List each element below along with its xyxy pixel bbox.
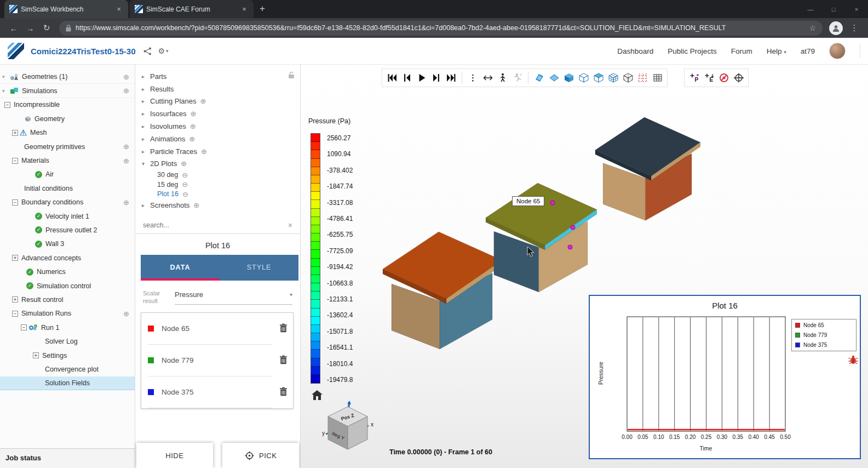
expand-icon[interactable]: + bbox=[12, 296, 18, 303]
collapse-icon[interactable]: − bbox=[4, 102, 10, 108]
sidebar-item-boundary-conditions[interactable]: − Boundary conditions ⊕ bbox=[0, 196, 135, 209]
orientation-cube[interactable]: Pos Z Neg Y x y bbox=[321, 400, 376, 455]
simscale-logo[interactable] bbox=[8, 43, 24, 59]
nav-help[interactable]: Help ▾ bbox=[767, 47, 786, 55]
sidebar-item-materials[interactable]: − Materials ⊕ bbox=[0, 153, 135, 167]
chevron-right-icon[interactable]: ▸ bbox=[142, 202, 149, 208]
sidebar-item-numerics[interactable]: ✓ Numerics bbox=[0, 265, 135, 278]
nav-forum[interactable]: Forum bbox=[731, 47, 752, 55]
remove-icon[interactable]: ⊖ bbox=[182, 171, 188, 179]
add-icon[interactable]: ⊕ bbox=[189, 135, 195, 143]
center-axes-icon[interactable] bbox=[731, 71, 746, 85]
post-item-results[interactable]: ▸ Results bbox=[135, 83, 300, 95]
more-options-icon[interactable]: ⋮ bbox=[465, 71, 480, 85]
iso-cube-icon[interactable] bbox=[561, 71, 576, 85]
minimize-button[interactable]: — bbox=[799, 6, 822, 13]
post-item-isosurfaces[interactable]: ▸ Isosurfaces ⊕ bbox=[135, 107, 300, 120]
home-view-button[interactable] bbox=[312, 390, 323, 402]
sidebar-item-advanced-concepts[interactable]: + Advanced concepts bbox=[0, 251, 135, 265]
chevron-right-icon[interactable]: ▸ bbox=[142, 86, 149, 92]
project-settings-button[interactable]: ⚙ ▾ bbox=[158, 47, 169, 55]
collapse-icon[interactable]: − bbox=[12, 158, 18, 164]
add-icon[interactable]: ⊕ bbox=[123, 142, 129, 151]
back-button[interactable]: ← bbox=[5, 24, 22, 33]
share-button[interactable] bbox=[143, 47, 152, 55]
bug-icon[interactable] bbox=[848, 354, 859, 365]
close-window-button[interactable]: × bbox=[845, 6, 868, 13]
chevron-right-icon[interactable]: ▸ bbox=[142, 149, 149, 155]
post-item-cutting-planes[interactable]: ▸ Cutting Planes ⊕ bbox=[135, 95, 300, 108]
search-bar[interactable]: × bbox=[135, 218, 300, 234]
sidebar-item-geometry-primitives[interactable]: Geometry primitives ⊕ bbox=[0, 140, 135, 153]
step-back-button[interactable] bbox=[399, 71, 414, 85]
sidebar-item-solver-log[interactable]: Solver Log bbox=[0, 334, 135, 348]
wireframe-cube-icon[interactable] bbox=[620, 71, 635, 85]
sidebar-item-velocity-inlet-1[interactable]: ✓ Velocity inlet 1 bbox=[0, 209, 135, 223]
sidebar-item-incompressible[interactable]: − Incompressible bbox=[0, 98, 135, 112]
chevron-right-icon[interactable]: ▸ bbox=[142, 123, 149, 129]
post-item-plot-16[interactable]: Plot 16 ⊖ bbox=[135, 189, 300, 199]
sidebar-item-settings[interactable]: + Settings bbox=[0, 349, 135, 362]
list-item-node-779[interactable]: Node 779 bbox=[141, 345, 293, 376]
sidebar-item-wall-3[interactable]: ✓ Wall 3 bbox=[0, 237, 135, 251]
collapse-icon[interactable]: − bbox=[12, 311, 18, 317]
browser-profile-avatar[interactable] bbox=[829, 21, 843, 35]
remove-icon[interactable]: ⊖ bbox=[182, 180, 188, 189]
tab-data[interactable]: DATA bbox=[141, 255, 220, 281]
remove-icon[interactable]: ⊖ bbox=[182, 190, 188, 198]
user-avatar[interactable] bbox=[829, 43, 846, 59]
chevron-down-icon[interactable]: ▾ bbox=[2, 74, 8, 79]
new-tab-button[interactable]: + bbox=[260, 3, 265, 14]
add-icon[interactable]: ⊕ bbox=[123, 73, 129, 81]
browser-menu-icon[interactable]: ⋮ bbox=[846, 23, 863, 33]
forward-button[interactable]: → bbox=[22, 24, 38, 33]
skip-to-start-button[interactable] bbox=[384, 71, 399, 85]
sidebar-item-simulation-control[interactable]: ✓ Simulation control bbox=[0, 279, 135, 293]
add-icon[interactable]: ⊕ bbox=[123, 198, 129, 207]
post-item-particle-traces[interactable]: ▸ Particle Traces ⊕ bbox=[135, 145, 300, 158]
list-item-node-65[interactable]: Node 65 bbox=[141, 313, 293, 345]
hide-button[interactable]: HIDE bbox=[136, 443, 213, 468]
scalar-result-select[interactable]: Pressure ▾ bbox=[175, 289, 292, 305]
chevron-right-icon[interactable]: ▸ bbox=[142, 136, 149, 142]
viewport[interactable]: Node 65 ⋮ bbox=[301, 65, 868, 468]
post-item-parts[interactable]: ▸ Parts bbox=[135, 70, 300, 83]
add-icon[interactable]: ⊕ bbox=[200, 97, 206, 105]
play-button[interactable] bbox=[414, 71, 429, 85]
post-item-30-deg[interactable]: 30 deg ⊖ bbox=[135, 170, 300, 180]
sidebar-item-convergence-plot[interactable]: Convergence plot bbox=[0, 362, 135, 376]
expand-horizontal-icon[interactable] bbox=[480, 71, 495, 85]
tab-style[interactable]: STYLE bbox=[220, 255, 298, 281]
pick-point-icon[interactable]: P bbox=[687, 71, 702, 85]
post-item-isovolumes[interactable]: ▸ Isovolumes ⊕ bbox=[135, 120, 300, 133]
post-item-15-deg[interactable]: 15 deg ⊖ bbox=[135, 180, 300, 190]
address-bar[interactable]: ☆ bbox=[59, 21, 823, 36]
search-input[interactable] bbox=[143, 221, 288, 229]
close-icon[interactable]: × bbox=[240, 5, 249, 13]
fly-mode-icon[interactable] bbox=[510, 71, 525, 85]
bookmark-star-icon[interactable]: ☆ bbox=[809, 24, 816, 32]
browser-tab-workbench[interactable]: SimScale Workbench × bbox=[4, 0, 128, 18]
plot16-overlay[interactable]: 0.000.050.100.150.200.250.300.350.400.45… bbox=[589, 295, 861, 459]
sidebar-item-simulation-runs[interactable]: − Simulation Runs ⊕ bbox=[0, 307, 135, 321]
sidebar-item-initial-conditions[interactable]: Initial conditions bbox=[0, 181, 135, 195]
chevron-right-icon[interactable]: ▸ bbox=[142, 111, 149, 117]
delete-node-button[interactable] bbox=[279, 323, 288, 335]
skip-to-end-button[interactable] bbox=[444, 71, 458, 85]
add-icon[interactable]: ⊕ bbox=[190, 122, 196, 130]
post-item-screenshots[interactable]: ▸ Screenshots ⊕ bbox=[135, 199, 300, 212]
pick-button[interactable]: PICK bbox=[222, 443, 299, 468]
lock-icon[interactable] bbox=[288, 71, 295, 81]
cube-grid-icon[interactable] bbox=[606, 71, 620, 85]
sidebar-item-geometry[interactable]: Geometry bbox=[0, 112, 135, 125]
add-icon[interactable]: ⊕ bbox=[123, 87, 129, 95]
project-title[interactable]: Comici2224TrisTest0-15-30 bbox=[31, 47, 136, 56]
expand-icon[interactable]: + bbox=[12, 130, 18, 136]
sidebar-item-geometries[interactable]: ▾ Geometries (1) ⊕ bbox=[0, 70, 135, 84]
close-icon[interactable]: × bbox=[114, 5, 123, 13]
clear-picks-icon[interactable] bbox=[716, 71, 731, 85]
nav-dashboard[interactable]: Dashboard bbox=[617, 47, 653, 55]
cube-outline-icon[interactable] bbox=[576, 71, 591, 85]
delete-node-button[interactable] bbox=[279, 387, 288, 398]
walk-mode-icon[interactable] bbox=[495, 71, 510, 85]
